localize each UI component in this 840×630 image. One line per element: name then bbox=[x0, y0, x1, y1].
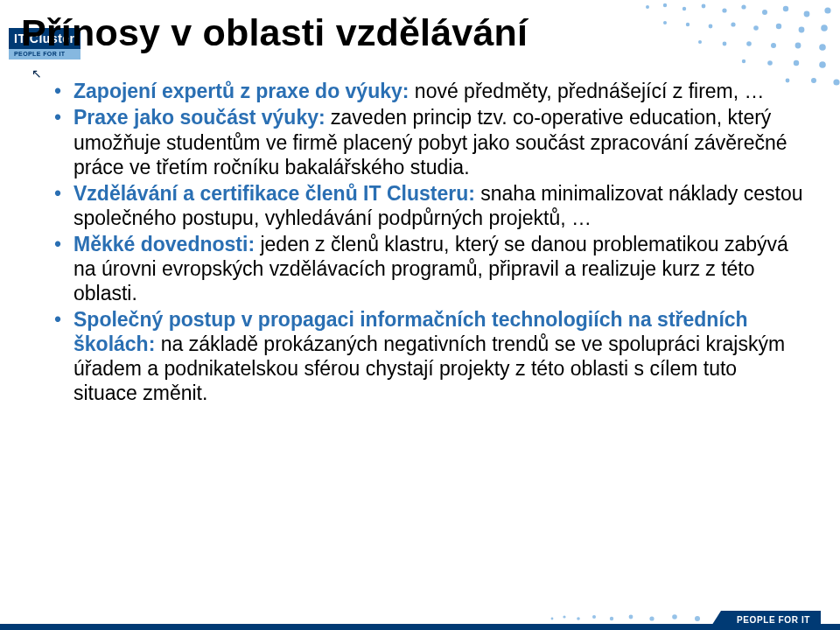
slide-title: Přínosy v oblasti vzdělávání bbox=[21, 12, 814, 52]
footer: PEOPLE FOR IT bbox=[0, 611, 840, 630]
bullet-rest: na základě prokázaných negativních trend… bbox=[74, 332, 785, 404]
svg-point-7 bbox=[783, 6, 788, 11]
svg-point-0 bbox=[646, 5, 649, 9]
svg-point-38 bbox=[672, 614, 677, 620]
svg-point-23 bbox=[819, 44, 826, 51]
bullet-item: Zapojení expertů z praxe do výuky: nové … bbox=[54, 79, 805, 103]
bullet-lead: Zapojení expertů z praxe do výuky: bbox=[74, 80, 409, 102]
bullet-lead: Praxe jako součást výuky: bbox=[74, 106, 326, 129]
bullet-item: Měkké dovednosti: jeden z členů klastru,… bbox=[54, 232, 805, 305]
svg-point-32 bbox=[563, 615, 565, 618]
svg-point-9 bbox=[824, 7, 830, 13]
svg-point-30 bbox=[833, 79, 839, 85]
footer-badge: PEOPLE FOR IT bbox=[721, 611, 821, 630]
svg-point-33 bbox=[577, 617, 580, 620]
svg-point-37 bbox=[649, 616, 654, 620]
svg-point-31 bbox=[551, 618, 554, 620]
svg-point-36 bbox=[629, 615, 634, 620]
svg-point-34 bbox=[592, 615, 596, 619]
bullet-lead: Vzdělávání a certifikace členů IT Cluste… bbox=[74, 182, 475, 205]
svg-point-2 bbox=[682, 7, 686, 10]
svg-point-39 bbox=[695, 616, 700, 621]
svg-point-27 bbox=[819, 61, 826, 68]
svg-point-5 bbox=[741, 4, 746, 9]
svg-point-1 bbox=[663, 4, 667, 7]
svg-point-3 bbox=[702, 4, 706, 9]
bullet-lead: Měkké dovednosti: bbox=[74, 233, 255, 256]
bullet-item: Praxe jako součást výuky: zaveden princi… bbox=[54, 105, 805, 178]
bullet-rest: nové předměty, přednášející z firem, … bbox=[409, 80, 764, 102]
slide-content: Přínosy v oblasti vzdělávání Zapojení ex… bbox=[21, 12, 814, 407]
decor-dots-footer bbox=[547, 606, 704, 624]
svg-point-17 bbox=[821, 24, 828, 32]
svg-point-35 bbox=[610, 617, 613, 620]
bullet-list: Zapojení expertů z praxe do výuky: nové … bbox=[54, 79, 805, 405]
bullet-item: Vzdělávání a certifikace členů IT Cluste… bbox=[54, 181, 805, 230]
bullet-item: Společný postup v propagaci informačních… bbox=[54, 307, 805, 405]
